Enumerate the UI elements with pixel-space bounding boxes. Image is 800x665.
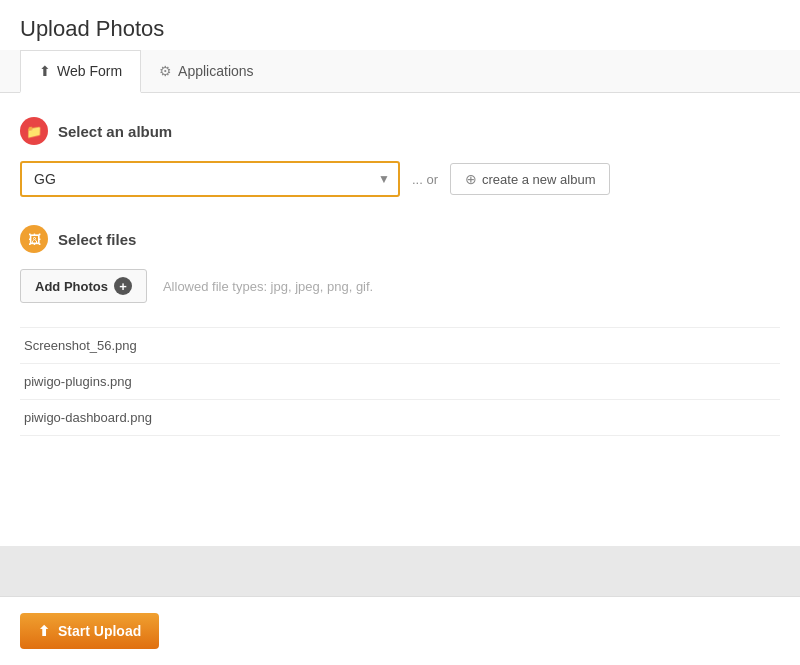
file-item: piwigo-plugins.png [20, 364, 780, 400]
album-icon-glyph: 📁 [26, 124, 42, 139]
album-section-icon: 📁 [20, 117, 48, 145]
file-item: Screenshot_56.png [20, 328, 780, 364]
album-row: GG ▼ ... or ⊕ create a new album [20, 161, 780, 197]
album-section-label: Select an album [58, 123, 172, 140]
content-area: 📁 Select an album GG ▼ ... or ⊕ create a… [0, 93, 800, 546]
page-title: Upload Photos [20, 16, 780, 42]
page-header: Upload Photos [0, 0, 800, 50]
tabs-bar: ⬆ Web Form ⚙ Applications [0, 50, 800, 93]
upload-tab-icon: ⬆ [39, 63, 51, 79]
start-upload-button[interactable]: ⬆ Start Upload [20, 613, 159, 649]
file-item: piwigo-dashboard.png [20, 400, 780, 436]
add-photos-label: Add Photos [35, 279, 108, 294]
footer-bar: ⬆ Start Upload [0, 596, 800, 665]
album-section-header: 📁 Select an album [20, 117, 780, 145]
files-section-header: 🖼 Select files [20, 225, 780, 253]
add-photos-button[interactable]: Add Photos + [20, 269, 147, 303]
file-name: Screenshot_56.png [24, 338, 137, 353]
tab-applications-label: Applications [178, 63, 254, 79]
upload-icon: ⬆ [38, 623, 50, 639]
or-text: ... or [412, 172, 438, 187]
tab-applications[interactable]: ⚙ Applications [141, 50, 272, 93]
files-section-icon: 🖼 [20, 225, 48, 253]
files-section: 🖼 Select files Add Photos + Allowed file… [20, 225, 780, 436]
album-select[interactable]: GG [20, 161, 400, 197]
album-select-wrapper: GG ▼ [20, 161, 400, 197]
select-wrapper: GG ▼ [20, 161, 400, 197]
tab-web-form[interactable]: ⬆ Web Form [20, 50, 141, 93]
gear-tab-icon: ⚙ [159, 63, 172, 79]
create-album-button[interactable]: ⊕ create a new album [450, 163, 610, 195]
plus-icon: + [114, 277, 132, 295]
allowed-types-text: Allowed file types: jpg, jpeg, png, gif. [163, 279, 373, 294]
files-section-label: Select files [58, 231, 136, 248]
file-list: Screenshot_56.png piwigo-plugins.png piw… [20, 327, 780, 436]
bottom-bar [0, 546, 800, 596]
create-album-label: create a new album [482, 172, 595, 187]
file-name: piwigo-plugins.png [24, 374, 132, 389]
files-icon-glyph: 🖼 [28, 232, 41, 247]
tab-web-form-label: Web Form [57, 63, 122, 79]
plus-circle-icon: ⊕ [465, 171, 477, 187]
page-wrapper: Upload Photos ⬆ Web Form ⚙ Applications … [0, 0, 800, 665]
start-upload-label: Start Upload [58, 623, 141, 639]
add-photos-row: Add Photos + Allowed file types: jpg, jp… [20, 269, 780, 303]
file-name: piwigo-dashboard.png [24, 410, 152, 425]
